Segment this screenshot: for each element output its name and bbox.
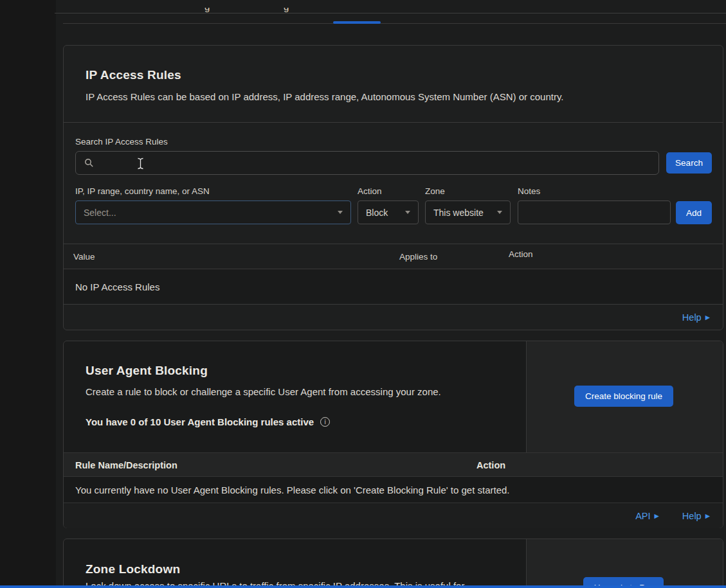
table-row: You currently have no User Agent Blockin… <box>64 477 723 503</box>
search-icon <box>84 158 94 168</box>
zone-select-value: This website <box>433 208 484 218</box>
tabbar-divider <box>63 23 726 24</box>
ip-access-rules-description: IP Access Rules can be based on IP addre… <box>86 91 563 102</box>
help-link[interactable]: Help ▶ <box>682 312 710 323</box>
ip-access-rules-card: IP Access Rules IP Access Rules can be b… <box>63 45 723 330</box>
action-select-value: Block <box>366 208 388 218</box>
empty-state-text: No IP Access Rules <box>75 281 159 292</box>
column-header-action: Action <box>509 249 533 259</box>
card-footer: API ▶ Help ▶ <box>64 503 723 528</box>
chevron-down-icon <box>405 211 410 214</box>
active-tab-indicator[interactable] <box>333 21 381 24</box>
user-agent-blocking-card: Create blocking rule User Agent Blocking… <box>63 341 723 528</box>
bottom-progress-bar <box>0 585 726 588</box>
divider <box>64 122 723 123</box>
api-link[interactable]: API ▶ <box>635 511 659 521</box>
arrow-right-icon: ▶ <box>655 513 659 519</box>
action-select[interactable]: Block <box>358 200 419 224</box>
add-button[interactable]: Add <box>676 201 712 224</box>
info-icon[interactable]: i <box>320 417 330 427</box>
divider <box>64 304 723 305</box>
card-footer: Help ▶ <box>682 305 710 330</box>
zone-label: Zone <box>425 186 445 196</box>
column-header-value: Value <box>73 252 95 262</box>
action-label: Action <box>358 186 382 196</box>
security-tools-page: g g IP Access Rules IP Access Rules can … <box>0 0 726 588</box>
chevron-down-icon <box>338 211 343 214</box>
search-input[interactable] <box>75 151 659 175</box>
column-header-rule-name: Rule Name/Description <box>75 460 177 470</box>
notes-input[interactable] <box>518 200 671 224</box>
tab-label-fragment: g <box>204 8 210 14</box>
tab-label-fragment: g <box>284 8 289 14</box>
zone-lockdown-title: Zone Lockdown <box>86 562 180 576</box>
rules-active-status: You have 0 of 10 User Agent Blocking rul… <box>86 416 330 427</box>
header-divider <box>55 13 726 13</box>
target-select-value: Select... <box>84 208 116 218</box>
action-side-panel: Upgrade to Pro <box>526 539 723 588</box>
table-row: No IP Access Rules <box>64 269 723 304</box>
arrow-right-icon: ▶ <box>705 314 710 321</box>
notes-label: Notes <box>518 186 540 196</box>
zone-lockdown-card: Upgrade to Pro Zone Lockdown Lock down a… <box>63 539 723 588</box>
user-agent-blocking-title: User Agent Blocking <box>86 364 208 378</box>
action-side-panel: Create blocking rule <box>526 341 723 452</box>
ip-access-rules-title: IP Access Rules <box>86 68 181 82</box>
column-header-applies: Applies to <box>399 252 437 262</box>
user-agent-blocking-description: Create a rule to block or challenge a sp… <box>86 386 441 397</box>
target-label: IP, IP range, country name, or ASN <box>75 186 210 196</box>
table-header-row: Rule Name/Description Action <box>64 452 723 477</box>
divider <box>64 244 723 244</box>
empty-state-text: You currently have no User Agent Blockin… <box>75 485 510 495</box>
search-label: Search IP Access Rules <box>75 137 168 147</box>
chevron-down-icon <box>497 211 502 214</box>
create-blocking-rule-button[interactable]: Create blocking rule <box>574 386 673 407</box>
mouse-cursor-ibeam <box>137 157 144 172</box>
zone-select[interactable]: This website <box>425 200 511 224</box>
search-button[interactable]: Search <box>666 152 712 174</box>
column-header-action: Action <box>476 460 505 470</box>
target-select[interactable]: Select... <box>75 200 351 224</box>
help-link[interactable]: Help ▶ <box>682 511 710 521</box>
arrow-right-icon: ▶ <box>705 513 710 519</box>
